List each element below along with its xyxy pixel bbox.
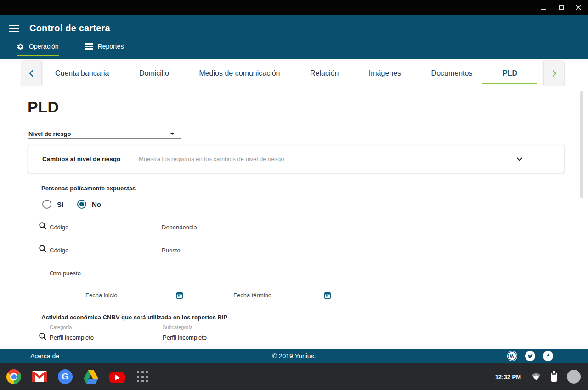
footer: Acerca de © 2019 Yunius. W f — [0, 349, 588, 363]
vertical-scrollbar[interactable] — [580, 91, 583, 198]
entity-tab-strip: Cuenta bancaria Domicilio Medios de comu… — [22, 61, 564, 86]
position-name-input[interactable]: Puesto — [162, 245, 458, 256]
menu-icon[interactable] — [9, 23, 19, 34]
gear-icon — [17, 43, 24, 50]
chevron-down-icon[interactable] — [516, 156, 523, 163]
chevron-left-icon — [28, 70, 35, 77]
tabs-scroll-left-button[interactable] — [22, 61, 41, 86]
radio-si[interactable]: Sí — [42, 200, 63, 209]
radio-button-icon — [42, 200, 51, 209]
app-title: Control de cartera — [29, 23, 110, 33]
window-titlebar — [0, 0, 588, 15]
search-icon[interactable] — [39, 245, 47, 253]
clock: 12:32 PM — [495, 373, 521, 380]
start-date-input[interactable]: Fecha inicio — [85, 290, 192, 301]
category-label: Categoría — [50, 324, 72, 330]
calendar-icon[interactable] — [176, 292, 183, 299]
maximize-icon[interactable] — [558, 4, 564, 11]
end-date-input[interactable]: Fecha término — [233, 290, 340, 301]
nav-tab-reportes[interactable]: Reportes — [85, 40, 124, 59]
other-position-input[interactable]: Otro puesto — [50, 268, 458, 279]
cnbv-heading: Actividad económica CNBV que será utiliz… — [41, 314, 227, 321]
nav-tab-operacion[interactable]: Operación — [17, 40, 59, 59]
tab-relacion[interactable]: Relación — [310, 61, 339, 86]
google-drive-icon[interactable] — [84, 369, 98, 384]
calendar-icon[interactable] — [324, 292, 331, 299]
shelf-apps: G — [6, 363, 149, 390]
screen: Control de cartera Operación Reportes Cu… — [0, 0, 588, 390]
search-icon[interactable] — [39, 222, 47, 230]
subcategory-input[interactable]: Perfil incompleto — [163, 332, 254, 343]
twitter-icon[interactable] — [525, 351, 535, 361]
window-controls — [540, 0, 582, 15]
close-icon[interactable] — [575, 4, 582, 11]
social-links: W f — [507, 351, 553, 361]
tab-pld[interactable]: PLD — [503, 61, 517, 86]
shelf-status[interactable]: 12:32 PM — [495, 363, 581, 390]
google-search-icon[interactable]: G — [58, 369, 73, 384]
radio-no[interactable]: No — [77, 200, 101, 209]
dependency-name-input[interactable]: Dependencia — [162, 222, 458, 233]
pld-form: PLD Nivel de riesgo Cambios al nivel de … — [0, 86, 588, 349]
tab-documentos[interactable]: Documentos — [431, 61, 473, 86]
gmail-icon[interactable] — [32, 369, 47, 384]
search-icon[interactable] — [39, 332, 47, 340]
radio-button-icon — [77, 200, 86, 209]
app-nav: Operación Reportes — [17, 40, 124, 59]
about-link[interactable]: Acerca de — [30, 352, 59, 360]
tab-medios-comunicacion[interactable]: Medios de comunicación — [199, 61, 280, 86]
tabs: Cuenta bancaria Domicilio Medios de comu… — [41, 61, 544, 86]
panel-description: Muestra los registros en los cambios de … — [139, 156, 284, 162]
chrome-icon[interactable] — [6, 369, 21, 384]
list-icon — [85, 42, 93, 51]
shelf: G 12:32 PM — [0, 363, 588, 390]
page-title: PLD — [28, 98, 59, 116]
tab-domicilio[interactable]: Domicilio — [139, 61, 169, 86]
subcategory-label: Subcategoría — [163, 324, 192, 330]
minimize-icon[interactable] — [540, 4, 547, 11]
account-avatar[interactable] — [567, 370, 581, 384]
panel-title: Cambios al nivel de riesgo — [42, 156, 139, 162]
radio-no-label: No — [92, 201, 101, 208]
battery-icon — [551, 373, 557, 382]
wifi-icon — [531, 372, 541, 381]
dependency-code-input[interactable]: Código — [50, 222, 141, 233]
tab-cuenta-bancaria[interactable]: Cuenta bancaria — [55, 61, 109, 86]
category-input[interactable]: Perfil incompleto — [50, 332, 141, 343]
risk-changes-panel[interactable]: Cambios al nivel de riesgo Muestra los r… — [28, 145, 564, 173]
app-header: Control de cartera Operación Reportes — [0, 15, 588, 59]
pep-label: Personas polícamente expuestas — [41, 185, 136, 192]
risk-level-label: Nivel de riesgo — [28, 128, 181, 139]
chevron-right-icon — [550, 70, 558, 77]
position-code-input[interactable]: Código — [50, 245, 141, 256]
wordpress-icon[interactable]: W — [507, 351, 517, 361]
youtube-icon[interactable] — [109, 372, 125, 383]
copyright-text: © 2019 Yunius. — [272, 352, 316, 360]
nav-tab-label: Reportes — [98, 43, 124, 50]
svg-text:W: W — [510, 353, 515, 359]
tabs-scroll-right-button[interactable] — [544, 61, 564, 86]
risk-level-select[interactable]: Nivel de riesgo — [28, 128, 181, 139]
facebook-icon[interactable]: f — [543, 351, 553, 361]
tab-imagenes[interactable]: Imágenes — [369, 61, 401, 86]
nav-tab-label: Operación — [29, 43, 59, 50]
dropdown-caret-icon — [170, 133, 175, 135]
app-launcher-icon[interactable] — [136, 370, 149, 383]
radio-si-label: Sí — [57, 201, 63, 208]
